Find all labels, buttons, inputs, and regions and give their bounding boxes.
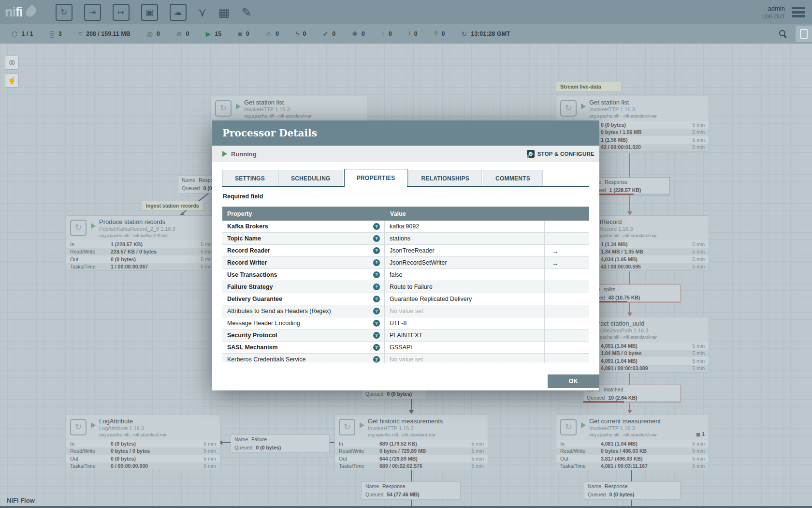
help-icon[interactable]: ? <box>373 284 380 290</box>
status-icon: ⚠ <box>266 30 272 38</box>
funnel-component-icon[interactable]: ⋎ <box>198 6 207 18</box>
connection-failure[interactable]: Name Failure Queued 0 (0 bytes) <box>231 434 330 453</box>
goto-service-icon[interactable]: → <box>551 247 559 255</box>
status-value: 1 / 1 <box>21 30 33 37</box>
connection-response-current[interactable]: Name Response Queued 0 (0 bytes) <box>584 481 681 500</box>
processor-produce-station-records[interactable]: ↻ Produce station records PublishKafkaRe… <box>66 215 218 271</box>
connection-line <box>629 271 630 284</box>
connection-queued-key: Queued <box>587 394 605 402</box>
remote-process-group-component-icon[interactable]: ☁ <box>170 4 187 21</box>
stat-label: Read/Write <box>339 448 379 454</box>
help-icon[interactable]: ? <box>373 320 380 327</box>
stat-value: 1 / 00:00:00.067 <box>111 264 201 269</box>
properties-table: Property Value Kafka Brokers ? kafka:909… <box>222 207 589 364</box>
stat-period: 5 min <box>692 256 705 262</box>
property-name: Kafka Brokers <box>227 223 268 230</box>
property-name: Topic Name <box>227 235 261 242</box>
nifi-logo: nifi <box>5 5 35 20</box>
help-icon[interactable]: ? <box>373 271 380 278</box>
property-row: SASL Mechanism ? GSSAPI <box>222 342 589 354</box>
summary-panel-button[interactable] <box>796 26 812 42</box>
logo-text: ni <box>5 5 15 20</box>
processor-type: InvokeHTTP 1.16.3 <box>244 106 367 113</box>
stat-value: 4,091 (1.04 MB) <box>601 343 692 349</box>
stat-label: Tasks/Time <box>70 463 111 469</box>
stop-and-configure-button[interactable]: ⚙ STOP & CONFIGURE <box>527 150 594 158</box>
stat-row: Tasks/Time 689 / 00:02:02.576 5 min <box>335 463 488 470</box>
tab-scheduling[interactable]: SCHEDULING <box>278 170 343 186</box>
running-indicator-icon <box>581 422 586 428</box>
status-value: 0 <box>414 30 418 37</box>
stat-value: 0 bytes / 1.56 MB <box>601 129 692 135</box>
input-port-component-icon[interactable]: ⇥ <box>84 4 101 21</box>
running-indicator-icon <box>360 422 364 428</box>
ok-button[interactable]: OK <box>548 374 599 388</box>
stat-row: Out 3,817 (496.03 KB) 5 min <box>556 455 709 463</box>
stat-value: 1.04 MB / 0 bytes <box>601 350 692 356</box>
stat-row: Read/Write 0 bytes / 729.89 MB 5 min <box>335 448 488 455</box>
tab-comments[interactable]: COMMENTS <box>483 170 543 186</box>
help-icon[interactable]: ? <box>373 247 380 254</box>
dialog-tabs: SETTINGSSCHEDULINGPROPERTIESRELATIONSHIP… <box>222 169 589 187</box>
processor-log-attribute[interactable]: ↻ LogAttribute LogAttribute 1.16.3 org.a… <box>66 415 220 470</box>
stat-period: 5 min <box>201 241 213 247</box>
status-value: 15 <box>215 30 221 37</box>
stat-period: 5 min <box>203 463 216 469</box>
app-header: nifi ↻⇥↦▣☁⋎▦✎ admin LOG OUT <box>0 0 812 24</box>
stat-label: Tasks/Time <box>70 264 111 269</box>
stat-period: 5 min <box>201 249 213 254</box>
running-components: ▶ 15 <box>206 30 222 38</box>
help-icon[interactable]: ? <box>373 259 380 266</box>
help-icon[interactable]: ? <box>373 308 380 314</box>
stat-period: 5 min <box>471 456 484 462</box>
property-value: false <box>390 271 402 278</box>
breadcrumb[interactable]: NiFi Flow <box>7 497 35 504</box>
tab-relationships[interactable]: RELATIONSHIPS <box>408 170 482 186</box>
sync-failure-versioned: ? 0 <box>434 30 445 38</box>
stat-period: 5 min <box>203 456 216 462</box>
stat-period: 5 min <box>692 365 705 371</box>
global-menu-icon[interactable] <box>792 7 805 17</box>
stat-label: Out <box>70 456 111 462</box>
processor-get-current-measurement[interactable]: ↻ Get current measurement InvokeHTTP 1.1… <box>556 415 709 470</box>
output-port-component-icon[interactable]: ↦ <box>113 4 130 21</box>
stat-period: 5 min <box>692 448 705 454</box>
label-stream-live-data[interactable]: Stream live-data <box>556 82 622 91</box>
template-component-icon[interactable]: ▦ <box>218 6 230 18</box>
stat-row: In 689 (179.52 KB) 5 min <box>335 440 488 448</box>
help-icon[interactable]: ? <box>373 296 380 302</box>
search-icon[interactable] <box>778 29 788 39</box>
operate-palette-button[interactable]: ☝ <box>5 74 19 88</box>
connection-line <box>411 399 412 410</box>
process-group-component-icon[interactable]: ▣ <box>141 4 158 21</box>
connection-arrow <box>627 211 632 215</box>
connection-name-value: Response <box>605 483 627 490</box>
property-row: Failure Strategy ? Route to Failure <box>222 281 589 293</box>
last-refresh: ↻ 13:01:28 GMT <box>461 30 510 38</box>
help-icon[interactable]: ? <box>373 223 380 230</box>
tab-settings[interactable]: SETTINGS <box>222 170 277 186</box>
processor-get-historic-measurements[interactable]: ↻ Get historic measurements InvokeHTTP 1… <box>334 415 488 470</box>
label-ingest-station-records[interactable]: Ingest station records <box>142 201 203 210</box>
help-icon[interactable]: ? <box>373 235 380 242</box>
processor-type-icon: ↻ <box>70 419 87 435</box>
label-component-icon[interactable]: ✎ <box>241 6 251 18</box>
connection-queued-key: Queued <box>365 491 383 498</box>
tab-properties[interactable]: PROPERTIES <box>344 169 408 187</box>
logout-link[interactable]: LOG OUT <box>762 13 785 20</box>
help-icon[interactable]: ? <box>373 344 380 351</box>
processor-component-icon[interactable]: ↻ <box>56 4 72 21</box>
goto-service-icon[interactable]: → <box>551 259 559 267</box>
status-value: 208 / 159.11 MB <box>86 30 130 37</box>
status-value: 0 <box>246 30 249 37</box>
navigate-palette-button[interactable]: ◎ <box>5 56 19 70</box>
connection-response-historic[interactable]: Name Response Queued 54 (77.46 MB) <box>362 481 461 500</box>
property-column-header: Property <box>222 210 385 217</box>
property-row: Delivery Guarantee ? Guarantee Replicate… <box>222 293 589 305</box>
flow-status-bar: ⬡ 1 / 1 ⣿ 3 ≡ 208 / 159.11 MB ◎ 0 ⊘ 0 ▶ … <box>0 24 812 44</box>
processor-bundle: org.apache.nifi - nifi-kafka-2-6-nar <box>99 233 217 239</box>
status-icon: ? <box>434 30 438 38</box>
property-name: SASL Mechanism <box>227 344 278 351</box>
help-icon[interactable]: ? <box>373 332 380 339</box>
property-name: Security Protocol <box>227 332 277 339</box>
